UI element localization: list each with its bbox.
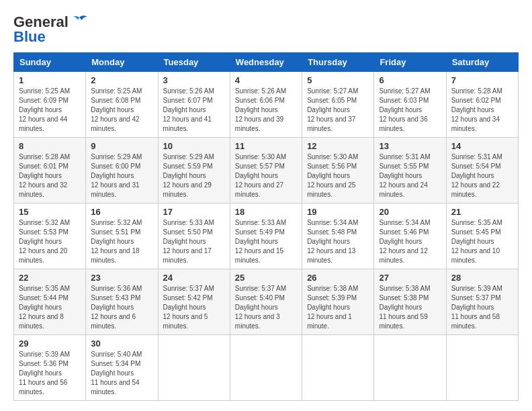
day-number: 1: [19, 75, 81, 85]
logo: General Blue: [13, 13, 89, 46]
day-number: 27: [379, 273, 441, 283]
day-number: 29: [19, 338, 81, 349]
calendar-header-row: SundayMondayTuesdayWednesdayThursdayFrid…: [14, 53, 519, 72]
calendar-cell: 29Sunrise: 5:39 AMSunset: 5:36 PMDayligh…: [14, 335, 86, 401]
calendar-cell: 26Sunrise: 5:38 AMSunset: 5:39 PMDayligh…: [302, 269, 374, 335]
day-number: 28: [451, 273, 513, 283]
week-row-3: 15Sunrise: 5:32 AMSunset: 5:53 PMDayligh…: [14, 203, 519, 269]
calendar-cell: 14Sunrise: 5:31 AMSunset: 5:54 PMDayligh…: [446, 138, 518, 203]
day-number: 21: [451, 207, 513, 217]
day-number: 5: [307, 75, 369, 85]
calendar-cell: [302, 335, 374, 401]
day-number: 30: [91, 338, 152, 349]
col-header-monday: Monday: [86, 53, 158, 72]
calendar-table: SundayMondayTuesdayWednesdayThursdayFrid…: [13, 52, 519, 401]
day-number: 22: [19, 273, 81, 283]
day-info: Sunrise: 5:32 AMSunset: 5:53 PMDaylight …: [19, 218, 81, 265]
calendar-cell: 7Sunrise: 5:28 AMSunset: 6:02 PMDaylight…: [446, 72, 518, 138]
calendar-cell: [374, 335, 446, 401]
logo-blue: Blue: [13, 28, 46, 46]
calendar-cell: 15Sunrise: 5:32 AMSunset: 5:53 PMDayligh…: [14, 203, 86, 269]
day-number: 8: [19, 141, 81, 151]
day-info: Sunrise: 5:38 AMSunset: 5:38 PMDaylight …: [379, 284, 441, 331]
calendar-cell: 16Sunrise: 5:32 AMSunset: 5:51 PMDayligh…: [86, 203, 158, 269]
day-info: Sunrise: 5:32 AMSunset: 5:51 PMDaylight …: [91, 218, 152, 265]
day-info: Sunrise: 5:34 AMSunset: 5:48 PMDaylight …: [307, 218, 369, 265]
day-number: 23: [91, 273, 152, 283]
calendar-cell: 3Sunrise: 5:26 AMSunset: 6:07 PMDaylight…: [158, 72, 230, 138]
day-info: Sunrise: 5:37 AMSunset: 5:42 PMDaylight …: [163, 284, 225, 331]
calendar-cell: 19Sunrise: 5:34 AMSunset: 5:48 PMDayligh…: [302, 203, 374, 269]
day-number: 24: [163, 273, 225, 283]
day-info: Sunrise: 5:27 AMSunset: 6:05 PMDaylight …: [307, 87, 369, 134]
day-number: 13: [379, 141, 441, 151]
col-header-tuesday: Tuesday: [158, 53, 230, 72]
col-header-wednesday: Wednesday: [230, 53, 302, 72]
calendar-cell: 5Sunrise: 5:27 AMSunset: 6:05 PMDaylight…: [302, 72, 374, 138]
day-info: Sunrise: 5:29 AMSunset: 5:59 PMDaylight …: [163, 152, 225, 199]
col-header-friday: Friday: [374, 53, 446, 72]
day-info: Sunrise: 5:38 AMSunset: 5:39 PMDaylight …: [307, 284, 369, 331]
calendar-cell: 13Sunrise: 5:31 AMSunset: 5:55 PMDayligh…: [374, 138, 446, 203]
calendar-cell: [446, 335, 518, 401]
calendar-cell: 24Sunrise: 5:37 AMSunset: 5:42 PMDayligh…: [158, 269, 230, 335]
day-info: Sunrise: 5:35 AMSunset: 5:45 PMDaylight …: [451, 218, 513, 265]
page-header: General Blue: [13, 13, 519, 46]
calendar-body: 1Sunrise: 5:25 AMSunset: 6:09 PMDaylight…: [14, 72, 519, 401]
day-info: Sunrise: 5:29 AMSunset: 6:00 PMDaylight …: [91, 152, 152, 199]
day-number: 14: [451, 141, 513, 151]
day-info: Sunrise: 5:33 AMSunset: 5:49 PMDaylight …: [235, 218, 297, 265]
week-row-4: 22Sunrise: 5:35 AMSunset: 5:44 PMDayligh…: [14, 269, 519, 335]
calendar-cell: 2Sunrise: 5:25 AMSunset: 6:08 PMDaylight…: [86, 72, 158, 138]
calendar-cell: 6Sunrise: 5:27 AMSunset: 6:03 PMDaylight…: [374, 72, 446, 138]
day-info: Sunrise: 5:31 AMSunset: 5:55 PMDaylight …: [379, 152, 441, 199]
week-row-5: 29Sunrise: 5:39 AMSunset: 5:36 PMDayligh…: [14, 335, 519, 401]
calendar-cell: 17Sunrise: 5:33 AMSunset: 5:50 PMDayligh…: [158, 203, 230, 269]
day-info: Sunrise: 5:39 AMSunset: 5:36 PMDaylight …: [19, 350, 81, 397]
day-number: 11: [235, 141, 297, 151]
day-info: Sunrise: 5:30 AMSunset: 5:57 PMDaylight …: [235, 152, 297, 199]
week-row-1: 1Sunrise: 5:25 AMSunset: 6:09 PMDaylight…: [14, 72, 519, 138]
day-number: 6: [379, 75, 441, 85]
calendar-cell: 27Sunrise: 5:38 AMSunset: 5:38 PMDayligh…: [374, 269, 446, 335]
calendar-cell: 4Sunrise: 5:26 AMSunset: 6:06 PMDaylight…: [230, 72, 302, 138]
calendar-cell: 1Sunrise: 5:25 AMSunset: 6:09 PMDaylight…: [14, 72, 86, 138]
calendar-cell: 20Sunrise: 5:34 AMSunset: 5:46 PMDayligh…: [374, 203, 446, 269]
day-number: 19: [307, 207, 369, 217]
col-header-saturday: Saturday: [446, 53, 518, 72]
day-info: Sunrise: 5:40 AMSunset: 5:34 PMDaylight …: [91, 350, 152, 397]
day-info: Sunrise: 5:34 AMSunset: 5:46 PMDaylight …: [379, 218, 441, 265]
day-number: 10: [163, 141, 225, 151]
col-header-sunday: Sunday: [14, 53, 86, 72]
day-info: Sunrise: 5:39 AMSunset: 5:37 PMDaylight …: [451, 284, 513, 331]
calendar-cell: 12Sunrise: 5:30 AMSunset: 5:56 PMDayligh…: [302, 138, 374, 203]
day-number: 7: [451, 75, 513, 85]
calendar-cell: 11Sunrise: 5:30 AMSunset: 5:57 PMDayligh…: [230, 138, 302, 203]
calendar-cell: [158, 335, 230, 401]
calendar-cell: 22Sunrise: 5:35 AMSunset: 5:44 PMDayligh…: [14, 269, 86, 335]
calendar-cell: 18Sunrise: 5:33 AMSunset: 5:49 PMDayligh…: [230, 203, 302, 269]
week-row-2: 8Sunrise: 5:28 AMSunset: 6:01 PMDaylight…: [14, 138, 519, 203]
day-info: Sunrise: 5:25 AMSunset: 6:09 PMDaylight …: [19, 87, 81, 134]
day-info: Sunrise: 5:26 AMSunset: 6:06 PMDaylight …: [235, 87, 297, 134]
calendar-cell: 8Sunrise: 5:28 AMSunset: 6:01 PMDaylight…: [14, 138, 86, 203]
day-number: 3: [163, 75, 225, 85]
day-info: Sunrise: 5:31 AMSunset: 5:54 PMDaylight …: [451, 152, 513, 199]
day-number: 15: [19, 207, 81, 217]
day-info: Sunrise: 5:27 AMSunset: 6:03 PMDaylight …: [379, 87, 441, 134]
calendar-cell: 9Sunrise: 5:29 AMSunset: 6:00 PMDaylight…: [86, 138, 158, 203]
calendar-cell: 21Sunrise: 5:35 AMSunset: 5:45 PMDayligh…: [446, 203, 518, 269]
day-info: Sunrise: 5:35 AMSunset: 5:44 PMDaylight …: [19, 284, 81, 331]
day-info: Sunrise: 5:28 AMSunset: 6:02 PMDaylight …: [451, 87, 513, 134]
day-number: 25: [235, 273, 297, 283]
day-number: 26: [307, 273, 369, 283]
logo-bird-icon: [70, 15, 89, 30]
day-info: Sunrise: 5:25 AMSunset: 6:08 PMDaylight …: [91, 87, 152, 134]
day-number: 4: [235, 75, 297, 85]
col-header-thursday: Thursday: [302, 53, 374, 72]
day-number: 12: [307, 141, 369, 151]
day-info: Sunrise: 5:30 AMSunset: 5:56 PMDaylight …: [307, 152, 369, 199]
day-number: 9: [91, 141, 152, 151]
day-info: Sunrise: 5:28 AMSunset: 6:01 PMDaylight …: [19, 152, 81, 199]
day-number: 17: [163, 207, 225, 217]
